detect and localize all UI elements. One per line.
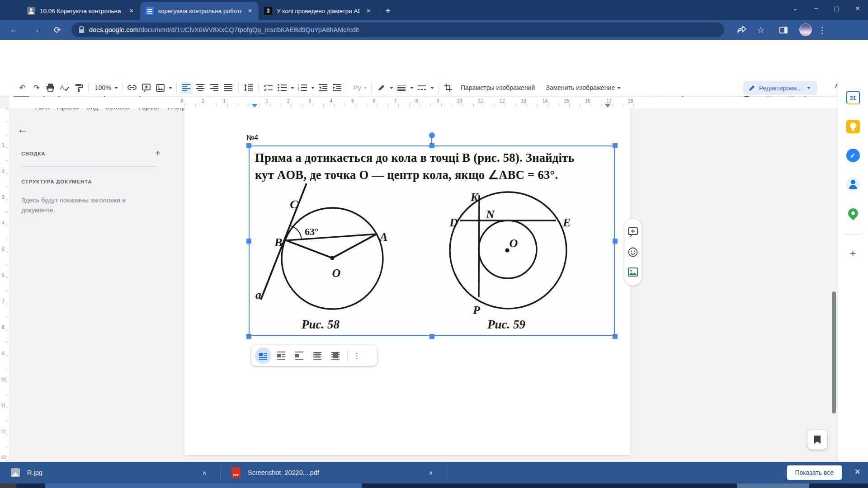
rotate-handle[interactable]	[429, 132, 435, 138]
vertical-scrollbar[interactable]	[832, 291, 836, 413]
tab-close-icon[interactable]: ✕	[364, 7, 373, 15]
spellcheck-icon[interactable]: A	[58, 82, 71, 94]
tab-3[interactable]: 3 У колі проведено діаметри AB і ✕	[259, 2, 377, 20]
keep-icon[interactable]	[845, 118, 861, 135]
numbered-list-icon[interactable]: 123	[297, 82, 309, 94]
replace-image-button[interactable]: Заменить изображение	[540, 84, 616, 91]
add-comment-icon[interactable]	[627, 226, 639, 238]
checklist-icon[interactable]	[262, 82, 274, 94]
replace-image-caret-icon[interactable]	[617, 87, 621, 89]
browser-menu-icon[interactable]: ⋮	[815, 22, 830, 38]
bulleted-list-icon[interactable]	[276, 82, 288, 94]
tasks-icon[interactable]: ✓	[845, 147, 861, 164]
align-left-icon[interactable]	[180, 82, 193, 94]
editing-mode-button[interactable]: Редактирова...	[743, 81, 817, 95]
decrease-indent-icon[interactable]	[317, 82, 329, 94]
resize-handle-nw[interactable]	[246, 143, 251, 148]
share-page-icon[interactable]	[734, 22, 750, 38]
reload-icon[interactable]: ⟳	[50, 22, 65, 38]
in-front-of-text-icon[interactable]	[327, 347, 344, 364]
border-color-pen-icon[interactable]	[375, 82, 387, 94]
calendar-icon[interactable]: 31	[845, 89, 861, 106]
horizontal-ruler[interactable]: 321 123456789101112131415161718	[9, 97, 837, 108]
bookmark-star-icon[interactable]: ☆	[753, 22, 769, 38]
vertical-ruler[interactable]: 12345678910111213	[0, 108, 9, 462]
paint-format-icon[interactable]	[72, 82, 85, 94]
border-dash-caret-icon[interactable]	[430, 87, 434, 89]
edit-image-suggestion-icon[interactable]	[627, 266, 639, 278]
fig59-caption: Рис. 59	[487, 318, 525, 331]
redo-icon[interactable]: ↷	[30, 82, 42, 94]
resize-handle-w[interactable]	[246, 239, 251, 244]
more-options-icon[interactable]: ⋮	[351, 351, 362, 361]
back-icon[interactable]: ←	[6, 22, 22, 38]
border-dash-icon[interactable]	[416, 82, 428, 94]
tab-2-active[interactable]: корегуюча контрольна робота ✕	[140, 2, 259, 20]
right-indent-marker[interactable]	[605, 104, 610, 108]
increase-indent-icon[interactable]	[331, 82, 343, 94]
bookmark-button[interactable]	[807, 430, 827, 450]
resize-handle-n[interactable]	[429, 143, 434, 148]
behind-text-icon[interactable]	[309, 347, 326, 364]
tab-close-icon[interactable]: ✕	[127, 7, 136, 15]
line-spacing-icon[interactable]	[242, 82, 255, 94]
resize-handle-se[interactable]	[613, 334, 618, 339]
browser-profile-avatar[interactable]	[799, 23, 812, 36]
border-weight-icon[interactable]	[396, 82, 408, 94]
image-options-button[interactable]: Параметры изображений	[455, 84, 541, 91]
break-text-icon[interactable]	[291, 347, 307, 364]
insert-image-icon[interactable]	[154, 82, 166, 94]
fig58-angle-value: 63°	[305, 226, 319, 237]
resize-handle-sw[interactable]	[246, 334, 251, 339]
align-justify-icon[interactable]	[222, 82, 235, 94]
inserted-image[interactable]: Пряма a дотикається до кола в точці B (р…	[249, 146, 614, 336]
add-comment-icon[interactable]	[140, 82, 152, 94]
tab-1[interactable]: 10.06 Корегуюча контрольна р ✕	[22, 2, 140, 20]
border-color-caret-icon[interactable]	[390, 87, 393, 89]
minimize-button[interactable]: ─	[806, 0, 826, 16]
tab-search-icon[interactable]: ⌄	[785, 0, 806, 16]
maximize-button[interactable]: ▢	[826, 0, 847, 16]
side-panel-icon[interactable]	[776, 22, 791, 38]
border-weight-caret-icon[interactable]	[410, 87, 414, 89]
numbered-list-caret-icon[interactable]	[311, 87, 315, 89]
align-right-icon[interactable]	[208, 82, 221, 94]
maps-icon[interactable]	[845, 205, 861, 221]
forward-icon[interactable]: →	[28, 22, 43, 38]
bulleted-list-caret-icon[interactable]	[291, 87, 294, 89]
download-item[interactable]: PDF Screenshot_20220....pdf ∧	[221, 462, 447, 483]
undo-icon[interactable]: ↶	[16, 82, 28, 94]
crop-image-icon[interactable]	[442, 82, 454, 94]
download-menu-chevron-icon[interactable]: ∧	[426, 469, 436, 476]
close-outline-icon[interactable]: ←	[17, 123, 28, 136]
zoom-caret-icon[interactable]	[114, 87, 118, 89]
insert-link-icon[interactable]	[126, 82, 138, 94]
fig59-label-p: P	[472, 304, 481, 317]
tab-close-icon[interactable]: ✕	[246, 7, 254, 15]
tab-title: У колі проведено діаметри AB і	[277, 8, 360, 14]
numbered-favicon: 3	[264, 7, 272, 15]
add-emoji-reaction-icon[interactable]	[627, 246, 639, 258]
address-bar[interactable]: docs.google.com/document/d/1UClvX6WV8XxC…	[71, 23, 724, 37]
close-downloads-bar-icon[interactable]: ✕	[854, 467, 861, 477]
download-menu-chevron-icon[interactable]: ∧	[199, 469, 209, 476]
new-tab-button[interactable]: +	[381, 4, 395, 18]
wrap-inline-icon[interactable]	[255, 347, 271, 364]
zoom-select[interactable]: 100%	[91, 84, 113, 91]
resize-handle-ne[interactable]	[613, 143, 618, 148]
download-item[interactable]: R.jpg ∧	[0, 462, 220, 483]
show-all-downloads-button[interactable]: Показать все	[787, 465, 842, 480]
print-icon[interactable]	[44, 82, 57, 94]
add-summary-icon[interactable]: +	[155, 148, 160, 159]
contacts-icon[interactable]	[845, 176, 861, 192]
downloads-divider	[447, 465, 447, 480]
get-addons-icon[interactable]: +	[849, 247, 856, 260]
left-indent-marker[interactable]	[252, 104, 257, 108]
close-window-button[interactable]: ✕	[847, 0, 868, 16]
paragraph-text[interactable]: №4	[246, 134, 258, 142]
resize-handle-s[interactable]	[429, 334, 434, 339]
wrap-text-icon[interactable]	[273, 347, 289, 364]
resize-handle-e[interactable]	[613, 239, 618, 244]
align-center-icon[interactable]	[194, 82, 207, 94]
insert-image-caret-icon[interactable]	[169, 87, 172, 89]
